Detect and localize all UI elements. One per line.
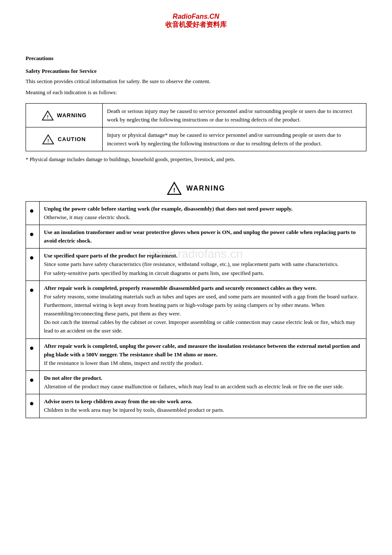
warning-list-row: ●Unplug the power cable before starting … (26, 201, 366, 225)
warning-list-row: ●Advise users to keep children away from… (26, 394, 366, 418)
safety-para1: This section provides critical informati… (26, 77, 366, 86)
caution-description: Injury or physical damage* may be caused… (103, 127, 366, 151)
warning-item-normal: Since some parts have safety characteris… (44, 261, 339, 267)
warning-item-normal: For safety-sensitive parts specified by … (44, 270, 264, 276)
page: RadioFans.CN 收音机爱好者资料库 www.radiofans.cn … (0, 0, 392, 555)
safety-para2: Meaning of each indication is as follows… (26, 88, 366, 97)
warning-item-bold: Do not alter the product. (44, 375, 102, 381)
warning-item-normal: For safety reasons, some insulating mate… (44, 293, 358, 317)
warning-triangle-icon: ! (42, 110, 54, 121)
warning-heading-triangle-icon: ! (167, 181, 182, 196)
warning-item-bold: Use an insulation transformer and/or wea… (44, 229, 356, 244)
warning-item-content: Advise users to keep children away from … (39, 394, 366, 418)
warning-item-content: Do not alter the product.Alteration of t… (39, 371, 366, 394)
bullet-cell: ● (26, 225, 40, 249)
svg-text:!: ! (47, 114, 49, 119)
caution-label-cell: ! CAUTION (26, 127, 103, 151)
precautions-title: Precautions (26, 55, 366, 62)
bullet-cell: ● (26, 371, 40, 394)
caution-triangle-icon: ! (42, 133, 54, 145)
svg-text:!: ! (173, 187, 176, 194)
page-header: RadioFans.CN 收音机爱好者资料库 (26, 13, 366, 29)
warning-label: ! WARNING (30, 110, 98, 121)
warning-list-row: ●After repair work is completed, unplug … (26, 338, 366, 370)
warning-item-normal: Do not catch the internal cables by the … (44, 319, 355, 334)
warning-item-content: After repair work is completed, properly… (39, 280, 366, 338)
warning-list-row: ●Use an insulation transformer and/or we… (26, 225, 366, 249)
indication-table: ! WARNING Death or serious injury may be… (26, 103, 366, 151)
warning-list-row: ●After repair work is completed, properl… (26, 280, 366, 338)
safety-section: Safety Precautions for Service This sect… (26, 68, 366, 96)
svg-text:!: ! (48, 138, 49, 143)
table-row: ! WARNING Death or serious injury may be… (26, 104, 366, 127)
warning-item-normal: If the resistance is lower than 1M ohms,… (44, 360, 203, 366)
caution-text: CAUTION (58, 135, 86, 144)
warning-item-bold: Unplug the power cable before starting w… (44, 205, 293, 212)
bullet-cell: ● (26, 394, 40, 418)
warning-item-content: Unplug the power cable before starting w… (39, 201, 366, 225)
warning-item-normal: Alteration of the product may cause malf… (44, 383, 344, 390)
bullet-cell: ● (26, 249, 40, 280)
warning-item-content: Use specified spare parts of the product… (39, 249, 366, 280)
warning-description: Death or serious injury may be caused to… (103, 104, 366, 127)
warning-item-bold: Advise users to keep children away from … (44, 398, 192, 405)
safety-title: Safety Precautions for Service (26, 68, 366, 75)
header-title-english: RadioFans.CN (26, 13, 366, 20)
table-row: ! CAUTION Injury or physical damage* may… (26, 127, 366, 151)
bullet-cell: ● (26, 280, 40, 338)
warning-heading: ! WARNING (26, 181, 366, 196)
warning-list-row: ●Do not alter the product.Alteration of … (26, 371, 366, 394)
bullet-cell: ● (26, 201, 40, 225)
warning-item-content: Use an insulation transformer and/or wea… (39, 225, 366, 249)
warning-item-bold: After repair work is completed, properly… (44, 285, 317, 291)
warning-heading-text: WARNING (186, 185, 225, 192)
warning-text: WARNING (57, 111, 87, 120)
warning-item-bold: After repair work is completed, unplug t… (44, 343, 360, 358)
bullet-cell: ● (26, 338, 40, 370)
warning-item-bold: Use specified spare parts of the product… (44, 252, 178, 259)
header-title-chinese: 收音机爱好者资料库 (26, 20, 366, 29)
warning-label-cell: ! WARNING (26, 104, 103, 127)
warning-list-table: ●Unplug the power cable before starting … (26, 201, 366, 418)
footnote: * Physical damage includes damage to bui… (26, 156, 366, 164)
caution-label: ! CAUTION (30, 133, 98, 145)
warning-item-normal: Children in the work area may be injured… (44, 407, 224, 413)
precautions-section: Precautions Safety Precautions for Servi… (26, 55, 366, 164)
warning-item-normal: Otherwise, it may cause electric shock. (44, 214, 130, 220)
warning-item-content: After repair work is completed, unplug t… (39, 338, 366, 370)
warning-list-row: ●Use specified spare parts of the produc… (26, 249, 366, 280)
